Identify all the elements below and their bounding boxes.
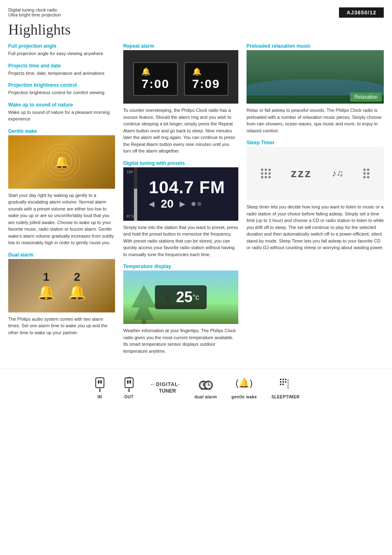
sdot [261, 172, 263, 175]
gentle-wake-svg-icon: ((🔔)) [236, 377, 252, 393]
svg-point-27 [285, 381, 286, 383]
radio-dot-2 [197, 202, 201, 206]
gentle-wake-label: gentle wake [231, 395, 257, 399]
sdot [367, 169, 369, 171]
radio-bar [134, 167, 137, 221]
tree-svg [127, 283, 160, 324]
sleep-timer-image: zzz ♪♫ [247, 147, 384, 200]
radio-freq: 104.7 FM [149, 178, 225, 197]
svg-point-14 [201, 388, 203, 390]
alarm-1: 1 🔔 [37, 271, 55, 301]
sdot [261, 169, 263, 171]
thermometer-icon: 🌡 [162, 291, 174, 304]
temp-number: 25 [176, 289, 192, 306]
sdot [268, 169, 271, 171]
feature-title-brightness: Projection brightness control [8, 82, 115, 88]
content-area: Full projection angle Full projection an… [0, 43, 392, 360]
footer-dual-alarm: dual alarm [194, 377, 217, 399]
feature-text-dual-alarm: The Philips audio system comes with two … [8, 316, 115, 336]
feature-title-repeat-alarm: Repeat alarm [123, 43, 238, 49]
svg-rect-1 [142, 319, 146, 324]
feature-text-temperature: Weather information at your fingertips. … [123, 327, 238, 354]
next-channel-icon: ▶ [180, 199, 185, 208]
music-note-icon: ♪♫ [332, 168, 344, 179]
digital-tuning-image: 108 87.5 104.7 FM ◀ 20 ▶ [123, 167, 238, 221]
svg-point-24 [285, 379, 286, 380]
svg-rect-2 [96, 378, 104, 388]
svg-marker-0 [131, 285, 156, 320]
svg-point-30 [287, 380, 288, 381]
svg-point-9 [128, 390, 130, 392]
alarm-time-display-1: 7:00 [141, 77, 169, 90]
music-area: ♪♫ [332, 168, 344, 179]
relaxation-image: Relaxation [247, 50, 384, 104]
sleep-dots-left [261, 169, 271, 178]
feature-title-dual-alarm: Dual alarm [8, 252, 115, 258]
alarm-2: 2 🔔 [68, 271, 86, 301]
svg-text:((🔔)): ((🔔)) [236, 377, 252, 388]
in-svg-icon [92, 377, 107, 393]
sdot [363, 172, 366, 175]
feature-full-projection: Full projection angle Full projection an… [8, 43, 115, 57]
alarm-bell-2: 🔔 [192, 67, 220, 76]
feature-projects-time: Projects time and date Projects time, da… [8, 63, 115, 77]
feature-title-full-projection: Full projection angle [8, 43, 115, 49]
feature-dual-alarm: Dual alarm 1 🔔 2 🔔 The Philips audio sys… [8, 252, 115, 336]
gentle-wake-bell-icon: 🔔 [54, 155, 69, 169]
feature-temperature: Temperature display 🌡 25 °c [123, 264, 238, 354]
svg-point-5 [99, 390, 101, 392]
temperature-display: 🌡 25 °c [123, 271, 238, 324]
radio-scale: 108 87.5 [127, 167, 135, 221]
feature-text-brightness: Projection brightness control for comfor… [8, 89, 115, 96]
sleep-display: zzz ♪♫ [247, 147, 384, 200]
col-right: Preloaded relaxation music Relaxation Re… [247, 43, 384, 360]
svg-rect-6 [125, 378, 133, 388]
sdot [265, 172, 267, 175]
dual-alarm-label: dual alarm [194, 395, 217, 399]
product-type: Digital tuning clock radio [8, 7, 61, 12]
feature-title-sleep-timer: Sleep Timer [247, 140, 384, 146]
footer-out: OUT [122, 377, 136, 399]
temp-value-display: 🌡 25 °c [155, 285, 206, 309]
out-label: OUT [124, 395, 134, 399]
feature-text-projects-time: Projects time, date, temperature and ani… [8, 70, 115, 77]
svg-point-18 [208, 381, 209, 382]
feature-text-full-projection: Full projection angle for easy viewing a… [8, 50, 115, 57]
sleep-timer-label: SLEEPTIMER [271, 395, 300, 399]
feature-sleep-timer: Sleep Timer [247, 140, 384, 251]
alarm-time-2: 🔔 7:09 [184, 62, 228, 96]
footer-sleep-timer: SLEEPTIMER [271, 377, 300, 399]
svg-point-29 [282, 384, 284, 385]
footer-gentle-wake: ((🔔)) gentle wake [231, 377, 257, 399]
feature-text-wake-sound: Wake up to sound of nature for a pleasan… [8, 109, 115, 123]
feature-title-relaxation: Preloaded relaxation music [247, 43, 384, 49]
footer-in: IN [92, 377, 107, 399]
radio-preset-dots [191, 202, 201, 206]
radio-display: 108 87.5 104.7 FM ◀ 20 ▶ [123, 167, 238, 221]
digital-tuner-text-icon: ·· DIGITAL· TÚNER [151, 382, 180, 394]
feature-relaxation: Preloaded relaxation music Relaxation Re… [247, 43, 384, 134]
alarm-bell-1: 🔔 [141, 67, 169, 76]
svg-rect-8 [129, 380, 131, 384]
repeat-alarm-display: 🔔 7:00 🔔 7:09 [123, 50, 238, 104]
feature-text-digital-tuning: Simply tune into the station that you wa… [123, 224, 238, 258]
svg-point-26 [282, 381, 284, 383]
temperature-image: 🌡 25 °c [123, 271, 238, 324]
svg-point-22 [280, 379, 281, 380]
gentle-wake-image: 🔔 [8, 135, 115, 189]
sleep-dots-right [363, 169, 369, 178]
repeat-alarm-image: 🔔 7:00 🔔 7:09 [123, 50, 238, 104]
radio-bar-fill [134, 189, 137, 221]
sdot [363, 176, 366, 178]
feature-digital-tuning: Digital tuning with presets 108 87.5 104… [123, 160, 238, 258]
alarm-time-1: 🔔 7:00 [133, 62, 178, 96]
svg-rect-3 [98, 380, 99, 384]
dual-alarm-image: 1 🔔 2 🔔 [8, 259, 115, 312]
feature-text-gentle-wake: Start your day right by waking up gently… [8, 192, 115, 246]
out-svg-icon [122, 377, 136, 393]
svg-point-28 [280, 384, 281, 385]
page: Digital tuning clock radio Ultra bright … [0, 0, 392, 555]
svg-point-23 [282, 379, 284, 380]
page-title: Highlights [0, 18, 392, 43]
sdot [367, 176, 369, 178]
